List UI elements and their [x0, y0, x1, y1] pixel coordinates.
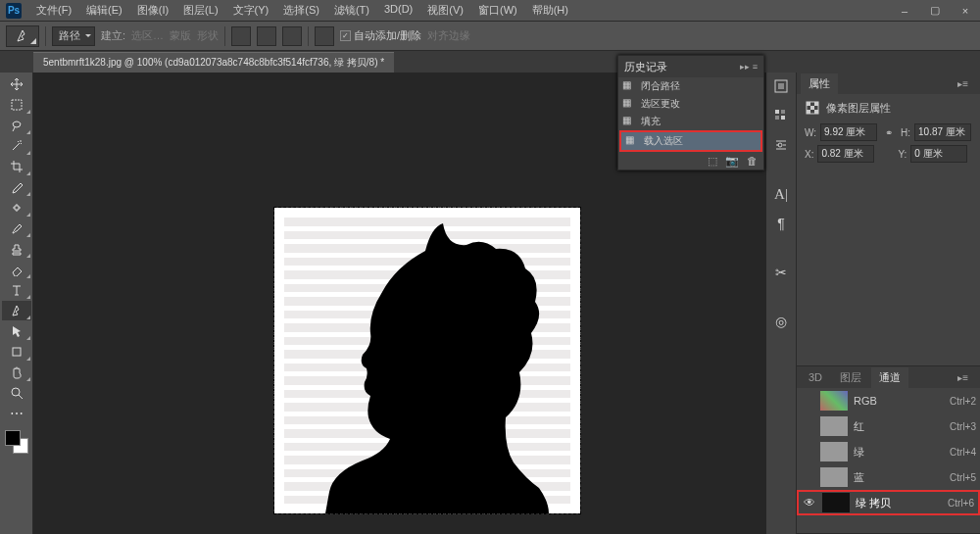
- path-op-3-icon[interactable]: [282, 26, 302, 46]
- pen-tool-icon[interactable]: [2, 301, 31, 320]
- channels-flyout-icon[interactable]: ▸≡: [950, 369, 976, 386]
- eyedropper-tool-icon[interactable]: [2, 177, 31, 197]
- menu-select[interactable]: 选择(S): [276, 1, 326, 20]
- mode-dropdown[interactable]: 路径: [52, 26, 95, 46]
- align-edges-option[interactable]: 对齐边缘: [427, 28, 470, 43]
- shape-button[interactable]: 形状: [197, 28, 219, 43]
- tab-properties[interactable]: 属性: [801, 73, 838, 94]
- channel-red[interactable]: 红 Ctrl+3: [797, 413, 980, 439]
- svg-rect-0: [12, 100, 22, 110]
- channel-rgb[interactable]: RGB Ctrl+2: [797, 388, 980, 413]
- channel-green-copy[interactable]: 👁 绿 拷贝 Ctrl+6: [797, 490, 980, 515]
- options-bar: 路径 建立: 选区… 蒙版 形状 ✓自动添加/删除 对齐边缘: [0, 22, 980, 51]
- history-snapshot-icon[interactable]: 📷: [725, 155, 739, 168]
- svg-rect-5: [775, 110, 779, 114]
- menu-image[interactable]: 图像(I): [130, 1, 175, 20]
- tab-channels[interactable]: 通道: [871, 367, 908, 388]
- channel-green[interactable]: 绿 Ctrl+4: [797, 439, 980, 464]
- auto-add-remove-checkbox[interactable]: ✓自动添加/删除: [340, 28, 421, 43]
- color-swatch[interactable]: [5, 430, 28, 454]
- history-step-icon: ▦: [622, 115, 636, 128]
- stamp-tool-icon[interactable]: [2, 239, 31, 259]
- path-select-tool-icon[interactable]: [2, 321, 31, 341]
- history-step-icon: ▦: [622, 97, 636, 111]
- edit-toolbar-icon[interactable]: ⋯: [2, 404, 31, 423]
- menu-file[interactable]: 文件(F): [29, 1, 78, 20]
- current-tool-icon[interactable]: [6, 25, 39, 47]
- mask-button[interactable]: 蒙版: [170, 28, 191, 43]
- marquee-tool-icon[interactable]: [2, 95, 31, 115]
- strip-color-icon[interactable]: [771, 76, 791, 96]
- history-item-2[interactable]: ▦ 填充: [618, 113, 763, 130]
- tab-3d[interactable]: 3D: [801, 368, 830, 386]
- menu-view[interactable]: 视图(V): [420, 1, 470, 20]
- heal-tool-icon[interactable]: [2, 198, 31, 218]
- svg-rect-12: [814, 102, 818, 106]
- strip-paragraph-icon[interactable]: ¶: [771, 214, 791, 233]
- prop-x-field[interactable]: 0.82 厘米: [817, 145, 874, 163]
- svg-point-2: [12, 388, 20, 396]
- menu-filter[interactable]: 滤镜(T): [327, 1, 376, 20]
- strip-brush-icon[interactable]: ✂: [771, 263, 791, 282]
- window-minimize[interactable]: –: [890, 1, 919, 21]
- wand-tool-icon[interactable]: [2, 136, 31, 156]
- document-tab-bar: 5entbmrft1k28.jpg @ 100% (cd9a012073a8c7…: [0, 51, 980, 73]
- tab-history[interactable]: 历史记录: [624, 60, 667, 74]
- zoom-tool-icon[interactable]: [2, 383, 31, 403]
- menu-window[interactable]: 窗口(W): [471, 1, 524, 20]
- svg-rect-7: [775, 116, 779, 120]
- path-op-1-icon[interactable]: [231, 26, 251, 46]
- shape-tool-icon[interactable]: [2, 342, 31, 362]
- properties-flyout-icon[interactable]: ▸≡: [950, 75, 976, 92]
- hand-tool-icon[interactable]: [2, 363, 31, 382]
- path-op-2-icon[interactable]: [257, 26, 276, 46]
- document-canvas[interactable]: [274, 208, 580, 513]
- window-maximize[interactable]: ▢: [920, 1, 950, 21]
- history-step-icon: ▦: [625, 134, 639, 148]
- brush-tool-icon[interactable]: [2, 218, 31, 238]
- menu-edit[interactable]: 编辑(E): [79, 1, 129, 20]
- history-item-1[interactable]: ▦ 选区更改: [618, 95, 763, 113]
- channel-blue[interactable]: 蓝 Ctrl+5: [797, 464, 980, 490]
- strip-swatches-icon[interactable]: [771, 106, 791, 125]
- lasso-tool-icon[interactable]: [2, 116, 31, 135]
- crop-tool-icon[interactable]: [2, 157, 31, 176]
- document-tab[interactable]: 5entbmrft1k28.jpg @ 100% (cd9a012073a8c7…: [33, 52, 394, 73]
- menu-3d[interactable]: 3D(D): [377, 1, 419, 20]
- app-logo: Ps: [6, 3, 22, 19]
- menu-type[interactable]: 文字(Y): [226, 1, 276, 20]
- prop-h-field[interactable]: 10.87 厘米: [914, 123, 971, 141]
- menu-bar: 文件(F) 编辑(E) 图像(I) 图层(L) 文字(Y) 选择(S) 滤镜(T…: [29, 1, 575, 20]
- selection-button[interactable]: 选区…: [131, 28, 164, 43]
- history-trash-icon[interactable]: 🗑: [747, 155, 758, 167]
- prop-w-label: W:: [805, 127, 816, 138]
- history-step-icon: ▦: [622, 79, 636, 93]
- properties-header: 像素图层属性: [826, 101, 891, 116]
- prop-y-field[interactable]: 0 厘米: [910, 145, 967, 163]
- svg-rect-13: [810, 106, 814, 110]
- toolbox: ⋯: [0, 73, 33, 534]
- window-close[interactable]: ×: [951, 1, 980, 21]
- svg-rect-11: [807, 102, 810, 106]
- channels-panel: 3D 图层 通道 ▸≡ RGB Ctrl+2 红 Ctrl+3 绿: [797, 366, 980, 534]
- link-wh-icon[interactable]: ⚭: [881, 125, 897, 139]
- type-tool-icon[interactable]: [2, 280, 31, 300]
- strip-cc-icon[interactable]: ◎: [771, 312, 791, 331]
- history-panel[interactable]: 历史记录 ▸▸ ≡ ▦ 闭合路径 ▦ 选区更改 ▦ 填充 ▦ 载入选区 ⬚ 📷 …: [617, 55, 764, 170]
- menu-layer[interactable]: 图层(L): [176, 1, 224, 20]
- move-tool-icon[interactable]: [2, 74, 31, 94]
- eye-icon[interactable]: 👁: [803, 496, 816, 510]
- history-item-3[interactable]: ▦ 载入选区: [621, 132, 760, 150]
- history-flyout-icon[interactable]: ▸▸ ≡: [740, 62, 758, 72]
- menu-help[interactable]: 帮助(H): [525, 1, 575, 20]
- prop-w-field[interactable]: 9.92 厘米: [820, 123, 877, 141]
- strip-text-icon[interactable]: A|: [771, 184, 791, 204]
- geometry-icon[interactable]: [315, 26, 334, 46]
- history-item-0[interactable]: ▦ 闭合路径: [618, 77, 763, 95]
- tab-layers[interactable]: 图层: [832, 367, 869, 388]
- strip-adjust-icon[interactable]: [771, 135, 791, 155]
- eraser-tool-icon[interactable]: [2, 260, 31, 279]
- history-new-doc-icon[interactable]: ⬚: [708, 155, 717, 168]
- svg-rect-1: [13, 348, 21, 356]
- svg-rect-8: [781, 116, 785, 120]
